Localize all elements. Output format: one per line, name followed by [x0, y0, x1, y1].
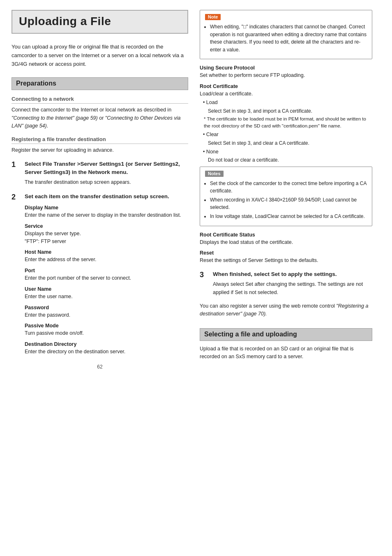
- field-label-host-name: Host Name: [25, 249, 188, 255]
- field-display-name: Display Name Enter the name of the serve…: [25, 205, 188, 219]
- field-desc-root-cert: Load/clear a certificate.: [200, 90, 372, 98]
- field-host-name: Host Name Enter the address of the serve…: [25, 249, 188, 264]
- field-port: Port Enter the port number of the server…: [25, 268, 188, 282]
- registering-intro: Register the server for uploading in adv…: [12, 146, 188, 154]
- section-selecting: Selecting a file and uploading Upload a …: [200, 328, 372, 361]
- step-3: 3 When finished, select Set to apply the…: [200, 270, 372, 297]
- step-3-content: When finished, select Set to apply the s…: [213, 270, 372, 297]
- field-user-name: User Name Enter the user name.: [25, 286, 188, 301]
- field-root-cert-status: Root Certificate Status Displays the loa…: [200, 232, 372, 246]
- step-1-content: Select File Transfer >Server Settings1 (…: [25, 160, 188, 187]
- field-passive-mode: Passive Mode Turn passive mode on/off.: [25, 323, 188, 337]
- field-label-password: Password: [25, 305, 188, 310]
- subsection-registering: Registering a file transfer destination: [12, 136, 188, 144]
- note-item-top: When editing, "□" indicates characters t…: [210, 23, 367, 53]
- connecting-text: Connect the camcorder to the Internet or…: [12, 106, 188, 130]
- field-desc-port: Enter the port number of the server to c…: [25, 274, 188, 282]
- field-desc-dest-dir: Enter the directory on the destination s…: [25, 348, 188, 356]
- note-label-top: Note: [205, 14, 221, 20]
- step-1-title: Select File Transfer >Server Settings1 (…: [25, 160, 188, 177]
- field-label-display-name: Display Name: [25, 205, 188, 211]
- notes-item-3: In low voltage state, Load/Clear cannot …: [210, 213, 367, 220]
- step-3-title: When finished, select Set to apply the s…: [213, 270, 372, 278]
- field-desc-display-name: Enter the name of the server to display …: [25, 211, 188, 219]
- selecting-desc: Upload a file that is recorded on an SD …: [200, 345, 372, 361]
- field-desc-root-cert-status: Displays the load status of the certific…: [200, 239, 372, 246]
- field-dest-dir: Destination Directory Enter the director…: [25, 341, 188, 356]
- field-label-port: Port: [25, 268, 188, 273]
- step-3-number: 3: [200, 271, 209, 279]
- field-desc-using-secure: Set whether to perform secure FTP upload…: [200, 72, 372, 79]
- notes-label-multi: Notes: [205, 171, 224, 177]
- field-label-service: Service: [25, 223, 188, 229]
- left-column: Uploading a File You can upload a proxy …: [12, 10, 188, 370]
- right-column: Note When editing, "□" indicates charact…: [200, 10, 372, 370]
- step-2-number: 2: [12, 193, 21, 202]
- section-header-selecting: Selecting a file and uploading: [200, 328, 372, 341]
- bullet-load-sub: Select Set in step 3, and import a CA ce…: [208, 108, 372, 115]
- field-desc-user-name: Enter the user name.: [25, 293, 188, 301]
- note-box-top: Note When editing, "□" indicates charact…: [200, 10, 372, 59]
- field-desc-service: Displays the server type."FTP": FTP serv…: [25, 230, 188, 246]
- bullet-clear: Clear: [203, 131, 372, 139]
- field-desc-passive-mode: Turn passive mode on/off.: [25, 329, 188, 337]
- field-label-root-cert: Root Certificate: [200, 83, 372, 89]
- notes-list-multi: Set the clock of the camcorder to the co…: [205, 180, 367, 220]
- page-title: Uploading a File: [12, 10, 188, 34]
- step-1-number: 1: [12, 160, 21, 169]
- intro-text: You can upload a proxy file or original …: [12, 43, 188, 68]
- bullet-clear-sub: Select Set in step 3, and clear a CA cer…: [208, 140, 372, 147]
- step-1: 1 Select File Transfer >Server Settings1…: [12, 160, 188, 187]
- page-number: 62: [12, 364, 188, 370]
- field-password: Password Enter the password.: [25, 305, 188, 319]
- notes-box-multi: Notes Set the clock of the camcorder to …: [200, 167, 372, 226]
- notes-item-1: Set the clock of the camcorder to the co…: [210, 180, 367, 195]
- field-reset: Reset Reset the settings of Server Setti…: [200, 250, 372, 264]
- asterisk-pem: * The certificate to be loaded must be i…: [204, 116, 372, 129]
- field-label-reset: Reset: [200, 250, 372, 256]
- step-2-title: Set each item on the transfer destinatio…: [25, 192, 188, 201]
- step-2: 2 Set each item on the transfer destinat…: [12, 192, 188, 357]
- field-service: Service Displays the server type."FTP": …: [25, 223, 188, 246]
- field-desc-password: Enter the password.: [25, 311, 188, 319]
- field-label-using-secure: Using Secure Protocol: [200, 65, 372, 71]
- field-using-secure: Using Secure Protocol Set whether to per…: [200, 65, 372, 79]
- bullet-load: Load: [203, 99, 372, 107]
- step-3-desc: Always select Set after changing the set…: [213, 280, 372, 297]
- note-text-top: When editing, "□" indicates characters t…: [205, 23, 367, 53]
- step-2-content: Set each item on the transfer destinatio…: [25, 192, 188, 357]
- field-label-dest-dir: Destination Directory: [25, 341, 188, 347]
- field-desc-reset: Reset the settings of Server Settings to…: [200, 257, 372, 264]
- section-preparations: Preparations: [12, 77, 188, 90]
- bullet-none: None: [203, 148, 372, 156]
- field-label-passive-mode: Passive Mode: [25, 323, 188, 329]
- field-root-cert: Root Certificate Load/clear a certificat…: [200, 83, 372, 164]
- step-1-desc: The transfer destination setup screen ap…: [25, 178, 188, 186]
- bullet-none-sub: Do not load or clear a certificate.: [208, 157, 372, 164]
- also-text: You can also register a server using the…: [200, 302, 372, 318]
- notes-item-2: When recording in XAVC-I 3840×2160P 59.9…: [210, 196, 367, 211]
- field-label-root-cert-status: Root Certificate Status: [200, 232, 372, 238]
- field-label-user-name: User Name: [25, 286, 188, 292]
- subsection-connecting: Connecting to a network: [12, 96, 188, 104]
- field-desc-host-name: Enter the address of the server.: [25, 256, 188, 264]
